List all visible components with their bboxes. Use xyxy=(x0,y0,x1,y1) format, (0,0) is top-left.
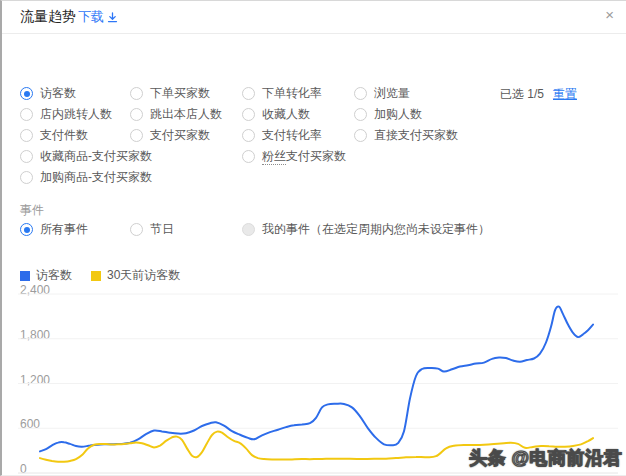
legend-swatch-icon xyxy=(91,271,101,281)
metric-option[interactable]: 访客数 xyxy=(20,86,76,101)
watermark-text: 头条 @电商前沿君 xyxy=(469,446,622,470)
metric-option-label: 收藏商品-支付买家数 xyxy=(40,148,152,165)
event-option-label: 我的事件（在选定周期内您尚未设定事件） xyxy=(262,221,490,238)
series-line-访客数 xyxy=(40,307,593,452)
event-option[interactable]: 节日 xyxy=(130,222,174,237)
radio-icon xyxy=(242,129,255,142)
legend-label: 访客数 xyxy=(36,267,72,284)
legend-swatch-icon xyxy=(20,271,30,281)
radio-icon xyxy=(20,171,33,184)
event-option-label: 节日 xyxy=(150,221,174,238)
metric-option[interactable]: 下单转化率 xyxy=(242,86,322,101)
legend-item[interactable]: 访客数 xyxy=(20,267,72,284)
download-label: 下载 xyxy=(78,8,104,26)
radio-icon xyxy=(20,87,33,100)
radio-icon xyxy=(354,129,367,142)
metric-option[interactable]: 下单买家数 xyxy=(130,86,210,101)
metric-option-label: 访客数 xyxy=(40,85,76,102)
radio-icon xyxy=(20,223,33,236)
chart-legend: 访客数30天前访客数 xyxy=(20,267,180,284)
radio-icon xyxy=(130,108,143,121)
metric-option[interactable]: 粉丝支付买家数 xyxy=(242,149,346,164)
panel-title: 流量趋势 xyxy=(20,8,76,26)
metric-option[interactable]: 支付买家数 xyxy=(130,128,210,143)
event-option-label: 所有事件 xyxy=(40,221,88,238)
metric-option[interactable]: 收藏商品-支付买家数 xyxy=(20,149,152,164)
radio-icon xyxy=(130,87,143,100)
metric-option[interactable]: 直接支付买家数 xyxy=(354,128,458,143)
metric-option-label: 支付转化率 xyxy=(262,127,322,144)
metric-option-label: 收藏人数 xyxy=(262,106,310,123)
radio-icon xyxy=(354,87,367,100)
radio-icon xyxy=(130,223,143,236)
radio-icon xyxy=(242,150,255,163)
radio-icon xyxy=(242,108,255,121)
radio-icon xyxy=(242,223,255,236)
radio-icon xyxy=(20,108,33,121)
events-section-label: 事件 xyxy=(20,202,44,219)
metric-option-label: 粉丝支付买家数 xyxy=(262,148,346,165)
reset-button[interactable]: 重置 xyxy=(553,86,577,103)
radio-icon xyxy=(20,129,33,142)
event-option[interactable]: 所有事件 xyxy=(20,222,88,237)
radio-icon xyxy=(242,87,255,100)
metric-option-label: 店内跳转人数 xyxy=(40,106,112,123)
metric-option-label: 加购商品-支付买家数 xyxy=(40,169,152,186)
radio-icon xyxy=(354,108,367,121)
metric-option[interactable]: 收藏人数 xyxy=(242,107,310,122)
metric-option[interactable]: 支付转化率 xyxy=(242,128,322,143)
panel-titlebar: 流量趋势 下载 xyxy=(2,1,626,34)
close-icon[interactable]: × xyxy=(605,7,614,22)
radio-icon xyxy=(20,150,33,163)
legend-item[interactable]: 30天前访客数 xyxy=(91,267,180,284)
metric-option[interactable]: 加购商品-支付买家数 xyxy=(20,170,152,185)
event-option[interactable]: 我的事件（在选定周期内您尚未设定事件） xyxy=(242,222,490,237)
radio-icon xyxy=(130,129,143,142)
metric-option[interactable]: 跳出本店人数 xyxy=(130,107,222,122)
selected-count: 已选 1/5 xyxy=(500,86,544,103)
metric-option-label: 支付件数 xyxy=(40,127,88,144)
traffic-trend-panel: 流量趋势 下载 × 访客数下单买家数下单转化率浏览量店内跳转人数跳出本店人数收藏… xyxy=(0,0,626,476)
metric-option-label: 加购人数 xyxy=(374,106,422,123)
metric-option[interactable]: 浏览量 xyxy=(354,86,410,101)
metric-option-label: 下单买家数 xyxy=(150,85,210,102)
metric-option-label: 支付买家数 xyxy=(150,127,210,144)
metric-option-label: 直接支付买家数 xyxy=(374,127,458,144)
metric-option-label: 跳出本店人数 xyxy=(150,106,222,123)
metric-option[interactable]: 店内跳转人数 xyxy=(20,107,112,122)
legend-label: 30天前访客数 xyxy=(107,267,180,284)
metric-option[interactable]: 加购人数 xyxy=(354,107,422,122)
download-icon xyxy=(107,12,118,23)
metric-option-label: 下单转化率 xyxy=(262,85,322,102)
download-link[interactable]: 下载 xyxy=(78,8,118,26)
metric-option-label: 浏览量 xyxy=(374,85,410,102)
metric-option[interactable]: 支付件数 xyxy=(20,128,88,143)
selection-summary: 已选 1/5 重置 xyxy=(500,86,577,103)
